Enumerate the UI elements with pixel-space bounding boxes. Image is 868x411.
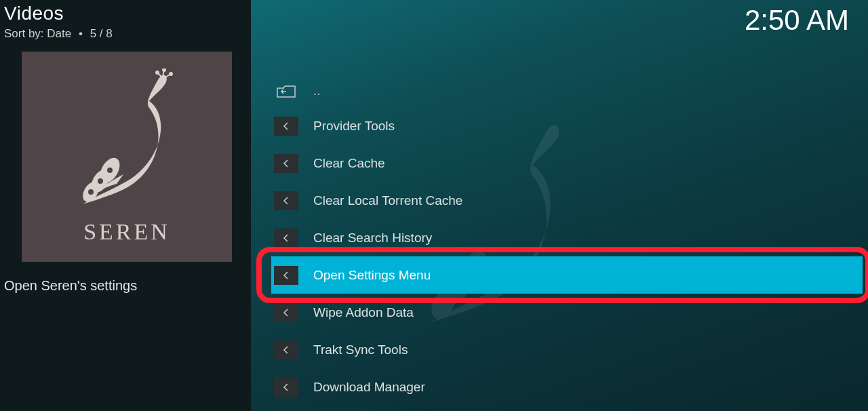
menu-item[interactable]: Download Manager (271, 368, 863, 406)
svg-point-4 (98, 178, 103, 184)
menu-item[interactable]: Clear Cache (271, 144, 863, 182)
menu-item-label: Clear Cache (313, 156, 385, 171)
menu-list: .. Provider ToolsClear CacheClear Local … (271, 75, 863, 406)
chevron-left-icon (274, 191, 298, 210)
chevron-left-icon (274, 117, 298, 136)
sidebar: Videos Sort by: Date • 5 / 8 (0, 0, 251, 411)
parent-directory-item[interactable]: .. (271, 75, 863, 107)
addon-thumbnail: SEREN (22, 52, 232, 262)
svg-point-3 (107, 168, 113, 173)
menu-item[interactable]: Trakt Sync Tools (271, 331, 863, 368)
seren-peacock-icon (69, 68, 184, 211)
app-root: Videos Sort by: Date • 5 / 8 (0, 0, 868, 411)
menu-item-label: Download Manager (313, 380, 425, 395)
item-description: Open Seren's settings (4, 278, 251, 294)
thumbnail-caption: SEREN (83, 219, 170, 245)
menu-item-label: Provider Tools (313, 119, 395, 134)
chevron-left-icon (274, 154, 298, 173)
sort-prefix: Sort by: (4, 27, 44, 40)
menu-item-label: Open Settings Menu (313, 268, 431, 283)
chevron-left-icon (274, 340, 298, 359)
menu-item[interactable]: Provider Tools (271, 107, 863, 144)
chevron-left-icon (274, 229, 298, 248)
folder-back-icon (274, 81, 298, 100)
sort-mode: Date (47, 27, 71, 40)
sort-line[interactable]: Sort by: Date • 5 / 8 (4, 27, 251, 41)
clock: 2:50 AM (745, 4, 849, 37)
menu-item[interactable]: Wipe Addon Data (271, 294, 863, 331)
menu-item[interactable]: Open Settings Menu (271, 256, 863, 294)
chevron-left-icon (274, 303, 298, 322)
separator-dot: • (75, 27, 87, 40)
section-title: Videos (4, 3, 251, 24)
menu-item[interactable]: Clear Search History (271, 219, 863, 256)
menu-item-label: Wipe Addon Data (313, 305, 414, 320)
menu-item-label: Trakt Sync Tools (313, 342, 408, 357)
menu-item-label: Clear Local Torrent Cache (313, 193, 462, 208)
chevron-left-icon (274, 266, 298, 285)
parent-directory-label: .. (313, 83, 321, 98)
main-panel: 2:50 AM .. Provider To (251, 0, 868, 411)
menu-item[interactable]: Clear Local Torrent Cache (271, 182, 863, 219)
list-position: 5 / 8 (90, 27, 113, 40)
chevron-left-icon (274, 378, 298, 397)
svg-point-5 (88, 189, 94, 195)
menu-item-label: Clear Search History (313, 231, 432, 246)
